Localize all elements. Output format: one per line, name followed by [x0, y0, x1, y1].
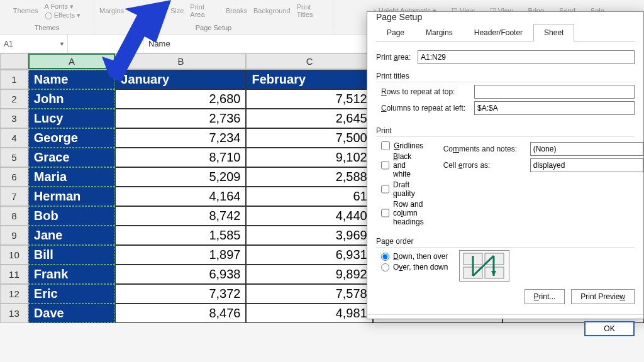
row-header[interactable]: 4 — [0, 128, 28, 148]
pointer-arrow — [101, 0, 176, 82]
print-titles-group: Print titles — [376, 72, 635, 82]
cell[interactable]: 4,981 — [246, 304, 372, 323]
cols-left-input[interactable] — [474, 101, 635, 115]
print-titles-button[interactable]: Print Titles — [297, 3, 328, 18]
select-all-corner[interactable] — [0, 53, 28, 69]
cell[interactable]: Lucy — [28, 109, 115, 128]
effects-dropdown[interactable]: ◯ Effects ▾ — [45, 11, 81, 19]
rows-top-input[interactable] — [474, 85, 635, 99]
tab-sheet[interactable]: Sheet — [533, 24, 574, 41]
over-down-label: Over, then down — [393, 263, 448, 272]
cell[interactable]: Dave — [28, 304, 115, 323]
svg-marker-0 — [102, 0, 171, 82]
tab-page[interactable]: Page — [376, 24, 415, 41]
fonts-dropdown[interactable]: A Fonts ▾ — [45, 3, 81, 11]
cell[interactable]: 6,938 — [115, 265, 246, 284]
comments-label: Comments and notes: — [443, 145, 525, 153]
print-area-label: Print area: — [376, 53, 413, 62]
cell[interactable]: John — [28, 89, 115, 109]
row-header[interactable]: 2 — [0, 89, 28, 109]
cell[interactable]: 8,710 — [115, 148, 246, 167]
print-area-button[interactable]: Print Area — [190, 3, 219, 18]
row-header[interactable]: 11 — [0, 265, 28, 284]
cell[interactable]: 7,578 — [246, 284, 372, 304]
dialog-title: Page Setup — [367, 12, 643, 22]
row-header[interactable]: 5 — [0, 148, 28, 167]
cell[interactable]: 5,209 — [115, 167, 246, 187]
cell[interactable]: 9,892 — [246, 265, 372, 284]
themes-group-label: Themes — [35, 23, 60, 34]
print-group: Print — [376, 126, 635, 137]
cell[interactable]: 61 — [246, 187, 372, 206]
down-over-label: Down, then over — [393, 252, 448, 261]
print-preview-button[interactable]: Print Preview — [571, 289, 635, 304]
over-down-radio[interactable] — [381, 263, 389, 272]
background-button[interactable]: Background — [253, 7, 291, 14]
cell[interactable]: 7,234 — [115, 128, 246, 148]
cell[interactable]: Bob — [28, 206, 115, 226]
cellerrors-dropdown[interactable] — [530, 158, 643, 172]
cellerrors-label: Cell errors as: — [443, 161, 525, 170]
draft-label: Draft quality — [393, 180, 425, 198]
cell[interactable]: February — [246, 70, 372, 89]
cell[interactable]: 8,476 — [115, 304, 246, 323]
rowcol-label: Row and column headings — [393, 200, 425, 226]
cell[interactable]: Grace — [28, 148, 115, 167]
page-setup-dialog: Page Setup Page Margins Header/Footer Sh… — [367, 11, 644, 319]
cell[interactable]: Jane — [28, 226, 115, 245]
cell[interactable]: Herman — [28, 187, 115, 206]
cell[interactable]: 7,500 — [246, 128, 372, 148]
cell[interactable]: 9,102 — [246, 148, 372, 167]
cell[interactable]: Frank — [28, 265, 115, 284]
row-header[interactable]: 13 — [0, 304, 28, 323]
cell[interactable]: Maria — [28, 167, 115, 187]
cell[interactable]: 1,897 — [115, 245, 246, 265]
rowcol-checkbox[interactable] — [381, 209, 389, 217]
cell[interactable]: 6,931 — [246, 245, 372, 265]
column-header-c[interactable]: C — [246, 53, 372, 69]
print-area-input[interactable] — [418, 50, 635, 64]
dialog-tabs: Page Margins Header/Footer Sheet — [376, 23, 635, 41]
themes-button[interactable]: Themes — [13, 7, 38, 14]
cell[interactable]: 1,585 — [115, 226, 246, 245]
comments-dropdown[interactable] — [530, 142, 643, 156]
bw-label: Black and white — [393, 152, 425, 178]
cell[interactable]: Eric — [28, 284, 115, 304]
row-header[interactable]: 1 — [0, 70, 28, 89]
tab-header-footer[interactable]: Header/Footer — [464, 24, 533, 41]
tab-margins[interactable]: Margins — [415, 24, 464, 41]
cell[interactable]: 4,164 — [115, 187, 246, 206]
pagesetup-group-label: Page Setup — [196, 23, 232, 34]
row-header[interactable]: 10 — [0, 245, 28, 265]
row-header[interactable]: 6 — [0, 167, 28, 187]
row-header[interactable]: 3 — [0, 109, 28, 128]
cell[interactable]: 2,588 — [246, 167, 372, 187]
cell[interactable]: Bill — [28, 245, 115, 265]
print-button[interactable]: Print... — [525, 289, 565, 304]
cell[interactable]: 2,645 — [246, 109, 372, 128]
cols-left-label: Columns to repeat at left: — [381, 104, 469, 112]
bw-checkbox[interactable] — [381, 161, 389, 170]
row-header[interactable]: 8 — [0, 206, 28, 226]
rows-top-label: Rows to repeat at top: — [381, 87, 469, 96]
name-box[interactable]: A1▼ — [0, 35, 68, 53]
chevron-down-icon[interactable]: ▼ — [59, 41, 65, 47]
down-over-radio[interactable] — [381, 253, 389, 261]
cell[interactable]: 7,512 — [246, 89, 372, 109]
row-header[interactable]: 7 — [0, 187, 28, 206]
cell[interactable]: 8,742 — [115, 206, 246, 226]
cell[interactable]: 2,736 — [115, 109, 246, 128]
draft-checkbox[interactable] — [381, 185, 389, 194]
row-header[interactable]: 9 — [0, 226, 28, 245]
breaks-button[interactable]: Breaks — [226, 7, 247, 14]
page-order-group: Page order — [376, 237, 635, 248]
cell[interactable]: 2,680 — [115, 89, 246, 109]
cell[interactable]: 3,969 — [246, 226, 372, 245]
cell[interactable]: 7,372 — [115, 284, 246, 304]
ok-button[interactable]: OK — [584, 321, 635, 336]
cell[interactable]: 4,440 — [246, 206, 372, 226]
cell[interactable]: George — [28, 128, 115, 148]
page-order-diagram — [459, 250, 509, 282]
row-header[interactable]: 12 — [0, 284, 28, 304]
gridlines-checkbox[interactable] — [381, 141, 390, 150]
